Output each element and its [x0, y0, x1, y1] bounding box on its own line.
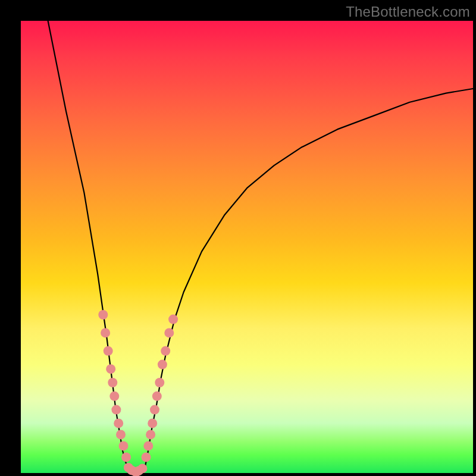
- bead: [143, 441, 153, 450]
- bead: [106, 364, 115, 374]
- bead: [119, 441, 129, 450]
- bead: [155, 378, 164, 387]
- bead: [114, 418, 123, 428]
- plot-area: [21, 21, 473, 473]
- bead: [101, 328, 110, 337]
- bead: [148, 418, 157, 428]
- bead: [104, 346, 113, 356]
- trough-beads: [124, 463, 148, 476]
- bead: [168, 315, 178, 324]
- bead: [158, 360, 167, 369]
- bead: [132, 467, 142, 476]
- attribution-text: TheBottleneck.com: [346, 4, 470, 20]
- bead: [142, 452, 151, 462]
- bead: [109, 392, 119, 401]
- chart-frame: TheBottleneck.com: [0, 0, 476, 476]
- bead: [164, 328, 174, 337]
- bead: [111, 405, 121, 415]
- bead: [108, 378, 117, 387]
- bead: [161, 346, 170, 356]
- bead: [146, 430, 155, 439]
- left-branch-beads: [98, 310, 131, 462]
- bottleneck-curve: [48, 21, 473, 472]
- bead: [152, 392, 162, 401]
- bead: [150, 405, 159, 415]
- bead: [121, 452, 131, 462]
- curve-svg: [21, 21, 473, 473]
- bead: [98, 310, 108, 320]
- bead: [116, 430, 126, 439]
